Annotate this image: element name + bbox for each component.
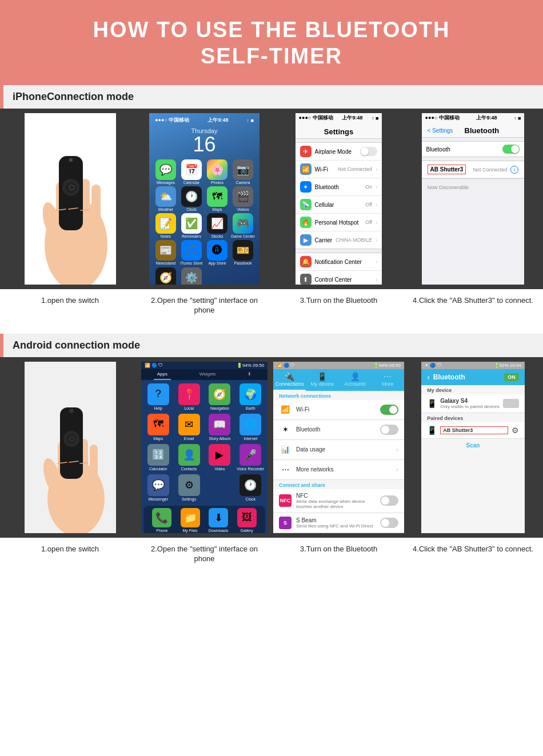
- ios-bt-info-button[interactable]: i: [510, 166, 518, 174]
- ios-app-notes[interactable]: 📝 Notes: [154, 213, 178, 238]
- android-app-maps[interactable]: 🗺 Maps: [145, 414, 172, 441]
- android-nfc-row[interactable]: NFC NFC Allow data exchange when device …: [273, 489, 404, 513]
- ios-bt-toggle[interactable]: [502, 145, 520, 154]
- android-nfc-toggle[interactable]: [380, 495, 398, 506]
- ios-bt-device-name: AB Shutter3: [428, 165, 466, 174]
- android-app-story-album[interactable]: 📖 Story Album: [206, 414, 234, 441]
- android-sbeam-toggle[interactable]: [380, 518, 398, 528]
- android-app-video[interactable]: ▶ Video: [206, 444, 234, 471]
- ios-settings-wifi[interactable]: 📶 Wi-Fi Not Connected ›: [296, 161, 382, 178]
- ios-settings-control-center[interactable]: ⬆ Control Center ›: [296, 271, 382, 285]
- ios-app-camera[interactable]: 📷 Camera: [231, 159, 255, 185]
- android-bt-on-badge[interactable]: ON: [504, 373, 519, 381]
- ios-settings-notifications[interactable]: 🔔 Notification Center ›: [296, 253, 382, 271]
- more-tab-icon: ⋯: [373, 372, 403, 381]
- iphone-section-label: iPhoneConnection mode: [0, 85, 543, 109]
- ios-bt-nav-bar: < Settings Bluetooth: [422, 123, 525, 138]
- android-dock-downloads[interactable]: ⬇ Downloads: [209, 508, 229, 533]
- android-data-usage-row[interactable]: 📊 Data usage ›: [273, 440, 404, 460]
- control-center-arrow: ›: [376, 277, 377, 283]
- android-app-navigation[interactable]: 🧭 Navigation: [206, 383, 234, 410]
- android-abshutter-gear[interactable]: ⚙: [512, 426, 519, 435]
- android-wifi-row[interactable]: 📶 Wi-Fi: [273, 400, 404, 420]
- android-app-email[interactable]: ✉ Email: [175, 414, 203, 441]
- android-app-local[interactable]: 📍 Local: [175, 383, 203, 410]
- android-tab-apps[interactable]: Apps: [154, 369, 171, 380]
- ios-bt-toggle-label: Bluetooth: [426, 146, 500, 153]
- ios-app-photos[interactable]: 🌸 Photos: [205, 159, 229, 185]
- ios-settings-cellular[interactable]: 📡 Cellular Off ›: [296, 196, 382, 214]
- ios-bt-toggle-row[interactable]: Bluetooth: [422, 142, 525, 157]
- connections-tab-label: Connections: [274, 381, 305, 387]
- iphone-caption-3: 3.Turn on the Bluetooth: [273, 294, 404, 315]
- android-abshutter-row[interactable]: 📱 AB Shutter3 ⚙: [421, 422, 525, 439]
- android-dock-myfiles[interactable]: 📁 My Files: [181, 508, 200, 533]
- android-tab-more[interactable]: ⋯ More: [372, 369, 404, 391]
- android-app-contacts[interactable]: 👤 Contacts: [175, 444, 203, 471]
- android-tab-connections[interactable]: 🔌 Connections: [273, 369, 306, 391]
- android-app-internet[interactable]: 🌐 Internet: [237, 414, 264, 441]
- android-tab-mydevice[interactable]: 📱 My device: [306, 369, 338, 391]
- android-tab-widgets[interactable]: Widgets: [196, 369, 219, 380]
- android-connect-section: Connect and share: [273, 480, 404, 489]
- android-scan-button[interactable]: Scan: [421, 439, 525, 452]
- ios-app-weather[interactable]: ⛅ Weather: [154, 186, 178, 211]
- ios-bt-device-row[interactable]: AB Shutter3 Not Connected i: [422, 161, 525, 178]
- svg-text:⬡: ⬡: [69, 435, 75, 442]
- android-step2: 📶 🔵 🛡 🔋94% 09:50 Apps Widgets ⬇ ? Help 📍: [139, 362, 270, 533]
- ios-app-maps[interactable]: 🗺 Maps: [205, 186, 229, 211]
- ios-app-reminders[interactable]: ✅ Reminders: [179, 213, 203, 238]
- android-sbeam-row[interactable]: S S Beam Send files using NFC and Wi-Fi …: [273, 513, 404, 533]
- cellular-arrow: ›: [376, 202, 377, 208]
- ios-app-messages[interactable]: 💬 Messages: [154, 159, 178, 185]
- android-galaxy-toggle[interactable]: [503, 399, 519, 408]
- ios-app-videos[interactable]: 🎬 Videos: [231, 186, 255, 211]
- ios-settings-carrier[interactable]: ▶ Carrier CHINA MOBILE ›: [296, 231, 382, 249]
- android-abshutter-icon: 📱: [427, 426, 437, 435]
- ios-app-compass[interactable]: 🧭 Compass: [154, 267, 178, 285]
- ios-app-stocks[interactable]: 📈 Stocks: [205, 213, 229, 238]
- android-tab-accounts[interactable]: 👤 Accounts: [339, 369, 372, 391]
- android-app-messenger[interactable]: 💬 Messenger: [145, 474, 172, 501]
- android-dock-gallery[interactable]: 🖼 Gallery: [237, 508, 257, 533]
- android-app-earth[interactable]: 🌍 Earth: [237, 383, 264, 410]
- iphone-step2: ●●●○ 中国移动 上午9:48 ↑ ■ Thursday 16 💬 Messa…: [139, 113, 270, 285]
- ios-app-settings[interactable]: ⚙️ Settings: [179, 267, 203, 285]
- android-paired-section-label: Paired devices: [421, 413, 525, 422]
- ios-app-clock[interactable]: 🕐 Clock: [179, 186, 203, 211]
- ios-settings-airplane[interactable]: ✈ Airplane Mode: [296, 143, 382, 161]
- android-bluetooth-row[interactable]: ✶ Bluetooth: [273, 420, 404, 440]
- android-bt-toggle[interactable]: [380, 425, 398, 435]
- ios-bt-not-connected: Not Connected: [473, 167, 507, 173]
- android-tab-download[interactable]: ⬇: [244, 369, 255, 380]
- android-bt-status-bar: ✶ 🔵 🛡 🔋92% 10:04: [421, 362, 525, 369]
- ios-battery: ↑ ■: [247, 118, 254, 123]
- android-app-settings[interactable]: ⚙ Settings: [175, 474, 203, 501]
- android-sbeam-label: S Beam: [296, 517, 376, 523]
- ios-app-gamecenter[interactable]: 🎮 Game Center: [231, 213, 255, 238]
- ios-status-bar: ●●●○ 中国移动 上午9:48 ↑ ■: [151, 115, 257, 125]
- ios-app-itunesstore[interactable]: 🎵 iTunes Store: [179, 240, 203, 265]
- android-more-networks-row[interactable]: ⋯ More networks ›: [273, 460, 404, 480]
- ios-app-passbook[interactable]: 🎫 Passbook: [231, 240, 255, 265]
- android-app-clock[interactable]: 🕐 Clock: [237, 474, 264, 501]
- ios-settings-hotspot[interactable]: 🔥 Personal Hotspot Off ›: [296, 214, 382, 231]
- iphone-step1: ⬡: [5, 113, 135, 285]
- android-app-calculator[interactable]: 🔢 Calculator: [145, 444, 172, 471]
- ios-app-calendar[interactable]: 📅 Calendar: [179, 159, 203, 185]
- airplane-toggle[interactable]: [360, 147, 377, 156]
- android-wifi-label: Wi-Fi: [296, 406, 376, 413]
- ios-app-newsstand[interactable]: 📰 Newsstand: [154, 240, 178, 265]
- android-bt-back-btn[interactable]: ‹: [427, 373, 430, 382]
- android-dock-phone[interactable]: 📞 Phone: [152, 508, 171, 533]
- android-wifi-toggle[interactable]: [380, 405, 398, 415]
- android-app-help[interactable]: ? Help: [145, 383, 172, 410]
- cellular-icon: 📡: [300, 199, 312, 210]
- ios-settings-bluetooth[interactable]: ✶ Bluetooth On ›: [296, 178, 382, 196]
- ios-bt-back-button[interactable]: < Settings: [428, 127, 453, 134]
- ios-settings-group1: ✈ Airplane Mode 📶 Wi-Fi Not Connected › …: [296, 142, 382, 249]
- android-bluetooth-screenshot: ✶ 🔵 🛡 🔋92% 10:04 ‹ Bluetooth ON My devic…: [421, 362, 525, 533]
- android-bt-header: ‹ Bluetooth ON: [421, 369, 525, 385]
- ios-app-appstore[interactable]: 🅐 App Store: [205, 240, 229, 265]
- android-app-voice-recorder[interactable]: 🎤 Voice Recorder: [237, 444, 264, 471]
